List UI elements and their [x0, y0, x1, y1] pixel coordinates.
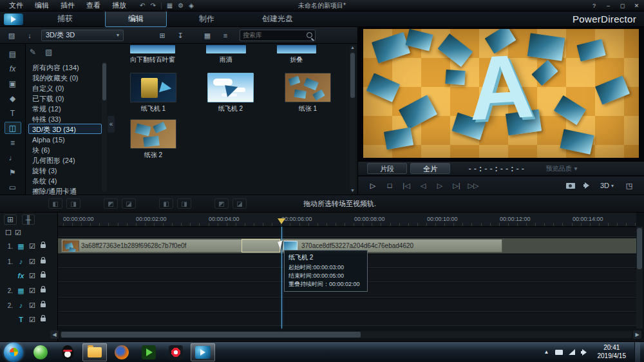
taskbar-powerdirector-icon[interactable]: [191, 343, 215, 361]
category-favorites[interactable]: 我的收藏夹 (0): [28, 72, 102, 82]
import-file-icon[interactable]: ↧: [174, 30, 187, 41]
transition-item[interactable]: 向下翻转百叶窗: [130, 45, 175, 64]
magic-tools-icon[interactable]: ◈: [189, 2, 194, 9]
category-rotate[interactable]: 旋转 (3): [28, 165, 102, 175]
undock-window-icon[interactable]: ◳: [622, 180, 636, 192]
3d-mode-dropdown[interactable]: 3D ▾: [600, 182, 614, 189]
category-stripes[interactable]: 条纹 (4): [28, 175, 102, 186]
audio-mixing-room-icon[interactable]: ≡: [5, 137, 21, 149]
previous-clip-button[interactable]: |◁: [399, 180, 413, 192]
new-folder-icon[interactable]: ⊞: [156, 30, 169, 41]
apply-random-icon[interactable]: ◨: [177, 198, 191, 209]
overlap-transition-icon[interactable]: ◨: [66, 198, 80, 209]
preview-timecode[interactable]: --:--:--:--: [468, 164, 526, 173]
apply-all-icon[interactable]: ◧: [159, 198, 173, 209]
minimize-button[interactable]: –: [604, 3, 612, 9]
start-button[interactable]: [4, 343, 23, 362]
timeline-vertical-scrollbar[interactable]: [636, 227, 643, 329]
tab-create-disc[interactable]: 创建光盘: [247, 12, 308, 26]
timeline-ruler[interactable]: 00:00:00:00 00:00:02:00 00:00:04:00 00:0…: [58, 213, 636, 227]
tab-produce[interactable]: 制作: [176, 12, 238, 26]
particle-room-icon[interactable]: ◆: [5, 92, 21, 104]
help-button[interactable]: ?: [590, 3, 598, 9]
track-enable-checkbox[interactable]: ☑: [29, 258, 35, 266]
step-forward-button[interactable]: ▷: [433, 180, 447, 192]
track-enable-checkbox[interactable]: ☑: [29, 272, 35, 280]
snap-toggle-icon[interactable]: ╫: [22, 214, 35, 225]
taskbar-qq-icon[interactable]: [55, 343, 80, 361]
undo-icon[interactable]: ↶: [140, 2, 145, 9]
snapshot-camera-icon[interactable]: [566, 183, 575, 189]
scroll-left-icon[interactable]: ◀: [50, 330, 59, 339]
input-method-icon[interactable]: [555, 350, 563, 355]
category-custom[interactable]: 自定义 (0): [28, 82, 102, 93]
scrollbar-thumb[interactable]: [61, 332, 361, 338]
tray-volume-icon[interactable]: [581, 349, 589, 356]
lock-icon[interactable]: [41, 260, 46, 263]
import-media-icon[interactable]: ▨: [5, 30, 18, 41]
stop-button[interactable]: □: [383, 180, 397, 192]
close-button[interactable]: ✕: [632, 3, 641, 9]
category-block[interactable]: 块 (6): [28, 144, 102, 155]
effect-room-icon[interactable]: fx: [5, 62, 21, 75]
clip-mode-button[interactable]: 片段: [367, 163, 407, 174]
preview-quality-dropdown[interactable]: 预览品质 ▾: [545, 164, 577, 173]
transition-item[interactable]: 纸张 1: [285, 73, 331, 113]
track-enable-checkbox[interactable]: ☑: [29, 301, 35, 310]
lock-icon[interactable]: [41, 244, 46, 248]
play-button[interactable]: ▷: [366, 180, 380, 192]
category-wipe[interactable]: 擦除/通用卡通: [28, 186, 102, 195]
scroll-up-icon[interactable]: ▲: [350, 45, 355, 50]
transition-clip-thumbnail[interactable]: [283, 241, 298, 251]
range-select-checkbox[interactable]: ☑: [15, 229, 21, 237]
track-enable-checkbox[interactable]: ☑: [29, 287, 35, 295]
category-scrollbar[interactable]: [102, 62, 107, 192]
download-icon[interactable]: ↓: [23, 30, 36, 41]
menu-file[interactable]: 文件: [3, 0, 29, 11]
lock-icon[interactable]: [41, 289, 46, 292]
maximize-button[interactable]: ◻: [618, 3, 627, 9]
taskbar-browser-icon[interactable]: [28, 343, 53, 361]
taskbar-explorer-icon[interactable]: [82, 343, 107, 361]
track-manager-icon[interactable]: ⊞: [4, 214, 17, 225]
search-input[interactable]: [243, 32, 307, 39]
transition-item-selected[interactable]: 纸飞机 2: [207, 73, 254, 113]
dual-display-icon[interactable]: ▦: [167, 2, 173, 9]
media-room-icon[interactable]: ▤: [5, 48, 21, 60]
tab-capture[interactable]: 捕获: [34, 12, 96, 26]
menu-edit[interactable]: 编辑: [29, 0, 55, 11]
category-filter-dropdown[interactable]: 3D/类 3D ▾: [41, 30, 124, 41]
search-icon[interactable]: [307, 32, 312, 38]
next-clip-button[interactable]: ▷|: [450, 180, 464, 192]
taskbar-potplayer-icon[interactable]: [164, 343, 188, 361]
chapter-room-icon[interactable]: ⚑: [5, 166, 21, 178]
category-general[interactable]: 常规 (12): [28, 103, 102, 113]
redo-icon[interactable]: ↷: [150, 2, 155, 9]
category-alpha[interactable]: Alpha (15): [28, 134, 102, 144]
pen-icon[interactable]: ✎: [30, 48, 36, 57]
voiceover-room-icon[interactable]: ♩: [5, 151, 21, 164]
list-view-icon[interactable]: ≡: [219, 30, 232, 41]
show-desktop-button[interactable]: [634, 342, 640, 362]
settings-gear-icon[interactable]: ⚙: [178, 2, 184, 9]
select-all-checkbox[interactable]: ☐: [5, 229, 12, 237]
transition-item[interactable]: 折叠: [277, 45, 317, 64]
transition-item[interactable]: 纸张 2: [130, 119, 176, 159]
taskbar-clock[interactable]: 20:41 2019/4/15: [595, 344, 629, 360]
scroll-down-icon[interactable]: ▼: [350, 188, 355, 193]
scrollbar-thumb[interactable]: [637, 228, 642, 269]
step-back-button[interactable]: ◁: [416, 180, 430, 192]
scrollbar-thumb[interactable]: [350, 53, 355, 98]
scroll-right-icon[interactable]: ▶: [633, 330, 641, 339]
lock-icon[interactable]: [41, 318, 46, 321]
prefix-transition-icon[interactable]: ◩: [104, 198, 118, 209]
transition-room-icon[interactable]: ◫: [5, 122, 21, 134]
fast-forward-button[interactable]: ▷▷: [466, 180, 480, 192]
volume-icon[interactable]: [583, 182, 592, 189]
playhead-marker[interactable]: [278, 218, 285, 224]
movie-mode-button[interactable]: 全片: [410, 163, 450, 174]
network-icon[interactable]: [569, 349, 575, 355]
transition-item[interactable]: 雨滴: [206, 45, 246, 64]
grid-view-icon[interactable]: ▦: [201, 30, 214, 41]
tab-edit[interactable]: 编辑: [105, 11, 167, 27]
